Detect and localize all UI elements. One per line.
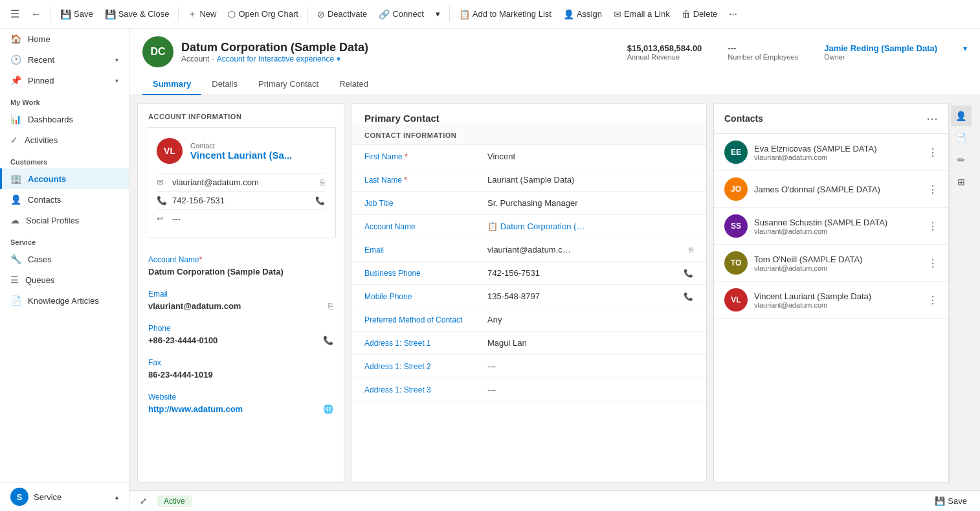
contact-list-menu-icon[interactable]: ⋮ [928,183,938,196]
new-icon: ＋ [188,8,197,20]
phone-action-icon[interactable]: 📞 [315,196,325,205]
contact-list-name: James O'donnal (SAMPLE DATA) [754,185,921,194]
marketing-list-icon: 📋 [459,9,470,19]
add-to-marketing-list-button[interactable]: 📋 Add to Marketing List [454,6,557,22]
side-icon-document[interactable]: 📄 [951,128,972,148]
tab-related[interactable]: Related [329,74,379,95]
email-value[interactable]: vlauriant@adatum.com [148,301,241,311]
hamburger-button[interactable]: ☰ [5,5,25,23]
save-close-icon: 💾 [105,9,116,19]
home-icon: 🏠 [10,34,21,44]
side-icon-table[interactable]: ⊞ [951,172,972,192]
sidebar-item-activities[interactable]: ✓ Activities [0,130,129,150]
contact-form-value[interactable]: 📋 Datum Corporation (… [487,221,693,231]
email-a-link-button[interactable]: ✉ Email a Link [608,6,675,22]
list-item[interactable]: EEEva Elznicovas (SAMPLE DATA)vlauriant@… [714,134,948,171]
contact-form-label: Mobile Phone [364,292,481,301]
assign-button[interactable]: 👤 Assign [558,6,607,22]
sidebar-item-dashboards[interactable]: 📊 Dashboards [0,109,129,130]
extra-icon: ↩ [157,214,167,223]
tab-summary[interactable]: Summary [142,74,201,95]
contact-list-menu-icon[interactable]: ⋮ [928,294,938,306]
save-button[interactable]: 💾 Save [55,6,98,22]
side-icon-person[interactable]: 👤 [951,106,972,126]
sidebar-item-accounts[interactable]: 🏢 Accounts [0,168,129,189]
contact-list-info: James O'donnal (SAMPLE DATA) [754,185,921,194]
contact-list-info: Susanne Schustin (SAMPLE DATA)vlauriant@… [754,218,921,235]
footer-avatar: S [10,488,28,506]
activities-icon: ✓ [10,135,18,145]
sidebar-item-recent[interactable]: 🕐 Recent ▾ [0,49,129,70]
new-button[interactable]: ＋ New [183,6,221,23]
list-item[interactable]: VLVincent Lauriant (Sample Data)vlaurian… [714,282,948,319]
record-avatar: DC [142,36,173,67]
contact-card-info: Contact Vincent Lauriant (Sa... [190,142,292,161]
sidebar-footer[interactable]: S Service ▴ [0,482,129,511]
email-field: Email vlauriant@adatum.com ⎘ [138,283,344,317]
more-icon: ⋯ [729,9,737,19]
save-close-button[interactable]: 💾 Save & Close [100,6,175,22]
contacts-panel-actions: ⋯ [926,111,938,126]
sidebar-item-pinned[interactable]: 📌 Pinned ▾ [0,70,129,91]
record-subtitle: Account · Account for Interactive experi… [181,54,619,63]
connect-button[interactable]: 🔗 Connect [373,6,429,22]
phone-call-icon[interactable]: 📞 [323,335,333,345]
contact-form-action-icon[interactable]: 📞 [684,292,693,301]
website-globe-icon[interactable]: 🌐 [323,404,333,414]
side-icon-edit[interactable]: ✏ [951,150,972,170]
sidebar-item-queues[interactable]: ☰ Queues [0,269,129,290]
employees-meta: --- Number of Employees [728,43,798,61]
fax-value[interactable]: 86-23-4444-1019 [148,370,333,380]
website-value[interactable]: http://www.adatum.com [148,404,243,414]
contact-form-value: Vincent [487,152,693,161]
sidebar-item-social-profiles[interactable]: ☁ Social Profiles [0,210,129,231]
status-save-icon: 💾 [935,496,945,506]
status-save-button[interactable]: 💾 Save [930,494,972,508]
toolbar-separator-3 [307,6,308,22]
toolbar: ☰ ← 💾 Save 💾 Save & Close ＋ New ⬡ Open O… [0,0,980,28]
email-action-icon[interactable]: ⎘ [320,178,325,187]
dropdown-button[interactable]: ▾ [430,6,445,21]
more-button[interactable]: ⋯ [724,6,742,21]
subtype-chevron-icon: ▾ [337,54,340,63]
list-item[interactable]: TOTom O'Neill (SAMPLE DATA)vlauriant@ada… [714,245,948,282]
contact-form-row: Job TitleSr. Purchasing Manager [351,192,706,215]
contact-list-menu-icon[interactable]: ⋮ [928,146,938,159]
contacts-more-icon[interactable]: ⋯ [926,111,938,126]
contact-form-action-icon[interactable]: ⎘ [689,245,693,255]
contact-form-label: Address 1: Street 3 [364,385,481,394]
deactivate-button[interactable]: ⊘ Deactivate [312,6,372,22]
contact-form-action-icon[interactable]: 📞 [684,269,693,278]
list-item[interactable]: JOJames O'donnal (SAMPLE DATA)⋮ [714,171,948,208]
expand-button[interactable]: ⤢ [137,496,150,506]
deactivate-icon: ⊘ [317,9,325,19]
back-button[interactable]: ← [26,6,47,23]
account-name-value[interactable]: Datum Corporation (Sample Data) [148,267,333,277]
contact-form: First Name *VincentLast Name *Lauriant (… [351,145,706,402]
sidebar-item-contacts[interactable]: 👤 Contacts [0,189,129,210]
email-label: Email [148,290,333,299]
contact-email-row: ✉ vlauriant@adatum.com ⎘ [157,173,325,191]
contact-list-menu-icon[interactable]: ⋮ [928,257,938,269]
contact-list-menu-icon[interactable]: ⋮ [928,220,938,233]
list-item[interactable]: SSSusanne Schustin (SAMPLE DATA)vlaurian… [714,208,948,245]
sidebar-item-cases[interactable]: 🔧 Cases [0,249,129,269]
contact-list-name: Vincent Lauriant (Sample Data) [754,291,921,301]
contact-form-label: Account Name [364,222,481,231]
tab-primary-contact[interactable]: Primary Contact [248,74,329,95]
recent-icon: 🕐 [10,54,21,65]
chevron-down-icon: ▾ [436,9,440,19]
tab-details[interactable]: Details [201,74,248,95]
contacts-panel-header: Contacts ⋯ [714,104,948,134]
open-org-chart-button[interactable]: ⬡ Open Org Chart [223,6,304,22]
contact-list-info: Eva Elznicovas (SAMPLE DATA)vlauriant@ad… [754,144,921,161]
contact-form-label: Preferred Method of Contact [364,315,481,324]
phone-value[interactable]: +86-23-4444-0100 [148,335,217,345]
delete-button[interactable]: 🗑 Delete [676,6,723,22]
record-title-info: Datum Corporation (Sample Data) Account … [181,41,619,63]
sidebar-item-knowledge-articles[interactable]: 📄 Knowledge Articles [0,290,129,311]
sidebar-item-home[interactable]: 🏠 Home [0,28,129,49]
footer-expand-icon: ▴ [115,494,118,501]
email-copy-icon[interactable]: ⎘ [328,301,333,311]
pinned-expand-icon: ▾ [115,77,118,84]
